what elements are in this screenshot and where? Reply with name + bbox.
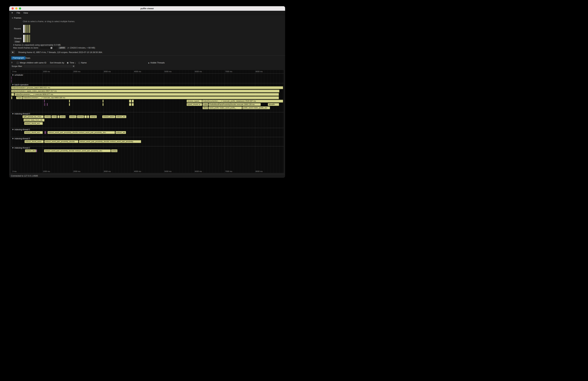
sort-by-name-radio[interactable] <box>78 62 80 64</box>
flamegraph-canvas[interactable]: 0 ms0 ms1000 ms1000 ms2000 ms2000 ms3000… <box>11 70 284 173</box>
scope-bar[interactable] <box>69 103 70 106</box>
menu-file[interactable]: File <box>17 12 20 14</box>
scope-bar[interactable]: PrefixWordPairsProximityDocids::execute … <box>209 103 261 106</box>
scope-bar[interactable]: extract_word_pair_proximity_docids::extr… <box>44 149 111 152</box>
frame-thumbnail[interactable] <box>27 35 28 42</box>
scope-bar[interactable]: prefix_word::index_prefix_wo <box>242 106 270 109</box>
scope-bar[interactable]: Trans <box>16 96 22 99</box>
scope-bar[interactable] <box>69 100 70 103</box>
frame-thumbnail[interactable] <box>29 25 30 33</box>
scope-bar[interactable]: extract_doc <box>25 149 36 152</box>
scope-bar[interactable] <box>103 103 104 106</box>
thread-header-batch-operation[interactable]: ▼ batch-operation <box>12 84 28 86</box>
frame-thumbnail[interactable] <box>27 25 28 33</box>
titlebar[interactable]: puffin viewer <box>9 6 285 11</box>
scope-bar[interactable]: extract_word_pair_proximity_docids <box>44 140 78 143</box>
recent-frames-thumbnails[interactable] <box>23 24 31 33</box>
scope-bar[interactable]: extract_docid_wor <box>24 131 43 134</box>
scope-bar[interactable]: extract_wo <box>116 115 126 118</box>
scope-bar[interactable] <box>11 76 12 79</box>
scope-bar[interactable] <box>45 103 45 106</box>
slowest-frames-thumbnails[interactable] <box>23 34 31 43</box>
tab-flamegraph[interactable]: Flamegraph <box>11 56 25 60</box>
slider-track[interactable] <box>40 47 57 48</box>
scope-bar[interactable]: typed_chunk::w <box>187 103 202 106</box>
scope-bar[interactable] <box>11 80 12 83</box>
scope-bar[interactable]: extract::data_from_ob <box>23 119 44 122</box>
scope-bar[interactable] <box>45 131 45 134</box>
frame-thumbnail[interactable] <box>29 35 30 42</box>
scope-bar[interactable]: IndexScheduler>::process_batch 8953.821 … <box>11 86 283 89</box>
thread-header-scheduler[interactable]: ▼ scheduler <box>12 74 23 76</box>
max-frames-slider[interactable] <box>40 47 57 49</box>
scope-bar[interactable]: Word <box>203 106 208 109</box>
clear-filter-button[interactable]: × <box>72 65 75 67</box>
scope-bar[interactable]: extract_ <box>77 115 84 118</box>
merge-children-checkbox[interactable] <box>17 62 19 64</box>
scope-bar[interactable] <box>46 131 46 134</box>
scope-bar[interactable]: IndexScheduler>::apply_index_operation 8… <box>11 90 279 92</box>
scope-bar[interactable] <box>44 103 44 106</box>
scope-filter-input[interactable] <box>23 65 72 68</box>
scope-bar[interactable] <box>103 100 104 103</box>
scope-bar[interactable] <box>129 103 131 106</box>
scope-bar[interactable] <box>129 100 131 103</box>
scope-bar[interactable]: extract_docid_word <box>24 140 44 143</box>
scope-bar[interactable]: extract <box>44 115 51 118</box>
frame-thumbnail[interactable] <box>23 35 25 42</box>
scope-bar[interactable] <box>11 93 14 96</box>
scope-bar[interactable]: IndexDocuments<_, _>::execute 8656.677 m… <box>15 93 279 96</box>
thread-header-indexing-thread:1[interactable]: ▼ indexing-thread:1 <box>12 128 30 131</box>
scope-bar[interactable] <box>44 100 45 103</box>
menu-view[interactable]: View <box>23 12 28 14</box>
gridline <box>252 70 252 173</box>
scope-bar[interactable] <box>87 115 89 118</box>
scope-bar[interactable]: extract <box>90 115 97 118</box>
scope-bar[interactable]: word_prefix::index_word_prefix_ <box>209 106 242 109</box>
thread-header-indexing-thread:0[interactable]: ▼ indexing-thread:0 <box>12 113 30 115</box>
sort-by-time-radio[interactable] <box>67 62 69 64</box>
max-frames-value[interactable]: 18000 <box>58 46 66 49</box>
frames-section-toggle[interactable]: ▼Frames <box>12 17 21 19</box>
scope-bar[interactable]: receive_typed_ <box>187 100 202 103</box>
scope-bar[interactable]: IndexDocuments<_, _>::execute_raw 8459.1… <box>23 96 279 99</box>
gridline <box>61 70 61 173</box>
help-button[interactable]: ? <box>11 62 12 64</box>
frame-thumbnail[interactable] <box>25 35 26 42</box>
scope-bar[interactable]: extract_word_pair_proximity_docids::extr… <box>79 140 141 143</box>
scope-bar[interactable] <box>132 100 134 103</box>
frame-thumbnail[interactable] <box>23 25 25 33</box>
frame-thumbnail[interactable] <box>25 25 26 33</box>
scope-bar[interactable] <box>36 149 37 152</box>
slider-knob[interactable] <box>50 47 53 49</box>
thread-header-indexing-thread:3[interactable]: ▼ indexing-thread:3 <box>12 137 30 140</box>
tab-stats[interactable]: Stats <box>25 57 30 59</box>
merge-children-label[interactable]: Merge children with same ID <box>20 62 46 64</box>
scope-bar[interactable] <box>84 115 86 118</box>
scope-bar[interactable]: extrac <box>111 149 117 152</box>
scope-bar[interactable]: extract_docid_wor <box>24 122 43 125</box>
scope-bar[interactable] <box>11 96 12 99</box>
scope-bar[interactable]: extract_ <box>69 115 77 118</box>
thread-header-indexing-thread:2[interactable]: ▼ indexing-thread:2 <box>12 147 30 149</box>
visible-threads-toggle[interactable]: ▶Visible Threads <box>148 62 165 64</box>
scope-bar[interactable] <box>132 103 134 106</box>
scope-bar[interactable]: IndexDocuments<_, _>::execute_prefix_dat… <box>202 100 283 103</box>
scope-bar[interactable]: extrac <box>60 115 66 118</box>
scope-bar[interactable]: split_grenad_by_chun <box>22 115 44 118</box>
play-button[interactable]: ▶ <box>11 50 15 54</box>
scope-bar[interactable]: extract_wo <box>115 131 126 134</box>
scope-bar[interactable]: extract_word_pair_proximity_docids::extr… <box>47 131 115 134</box>
scope-bar[interactable]: extra <box>52 115 57 118</box>
scope-bar[interactable]: WordPr <box>268 103 279 106</box>
sort-by-name-label[interactable]: Name <box>81 62 86 64</box>
theme-toggle-icon[interactable]: ☀ <box>11 12 13 14</box>
scope-bar[interactable] <box>45 131 46 134</box>
sort-by-time-label[interactable]: Time ↓ <box>70 62 76 64</box>
frames-hint: Click to select a frame, or drag to sele… <box>23 20 75 23</box>
clear-button[interactable]: Clear <box>14 41 21 43</box>
scope-bar[interactable]: extract_word <box>102 115 115 118</box>
scope-bar[interactable] <box>47 103 47 106</box>
scope-bar[interactable]: index <box>203 103 208 106</box>
scope-bar[interactable] <box>57 115 59 118</box>
